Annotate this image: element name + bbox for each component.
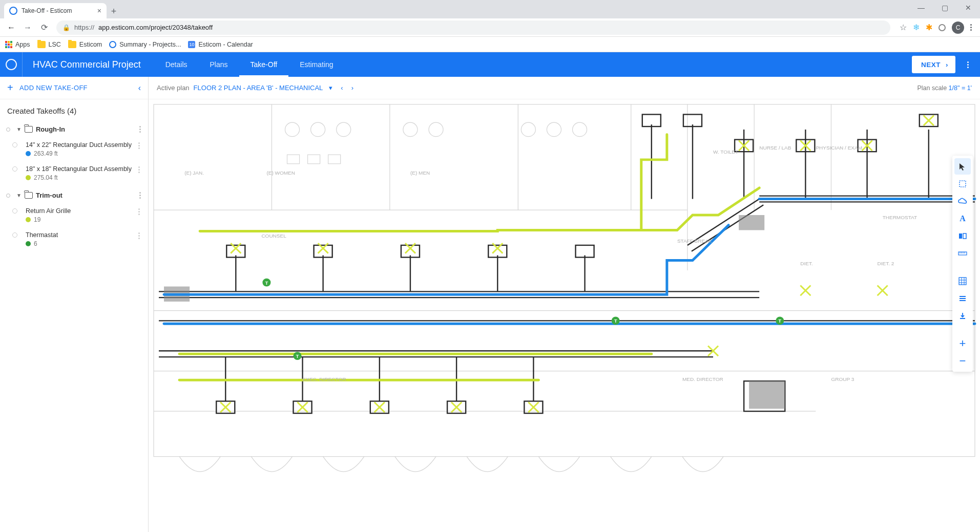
tool-compare[interactable] xyxy=(954,228,971,244)
plan-next-button[interactable]: › xyxy=(349,84,356,92)
next-button[interactable]: NEXT › xyxy=(912,56,955,73)
visibility-toggle-icon[interactable] xyxy=(12,142,17,147)
plan-name-dropdown[interactable]: FLOOR 2 PLAN - AREA 'B' - MECHANICAL xyxy=(194,84,323,92)
tab-estimating[interactable]: Estimating xyxy=(288,52,344,77)
group-more-icon[interactable] xyxy=(139,126,141,133)
plus-icon: + xyxy=(7,82,13,94)
svg-point-18 xyxy=(547,122,561,137)
svg-point-16 xyxy=(429,122,443,137)
app-logo[interactable] xyxy=(0,52,23,77)
svg-rect-21 xyxy=(308,155,320,164)
forward-button[interactable]: → xyxy=(20,20,35,35)
back-button[interactable]: ← xyxy=(4,20,18,35)
tool-text[interactable]: A xyxy=(954,210,971,227)
tab-title: Take-Off - Esticom xyxy=(22,7,72,14)
folder-icon xyxy=(68,41,76,48)
tab-close-icon[interactable]: × xyxy=(97,7,101,15)
maximize-button[interactable]: ▢ xyxy=(933,0,956,15)
bookmark-calendar[interactable]: 10Esticom - Calendar xyxy=(188,41,253,48)
canvas-toolbar-floating: A + − xyxy=(952,156,973,372)
chevron-down-icon[interactable]: ▾ xyxy=(327,84,335,92)
profile-avatar[interactable]: C xyxy=(952,22,964,34)
svg-rect-127 xyxy=(958,252,967,255)
visibility-toggle-icon[interactable] xyxy=(6,127,10,132)
blueprint-drawing: T T T T (E) JAN. (E) WOMEN (E) MEN W. TO… xyxy=(149,99,980,532)
tool-select-rect[interactable] xyxy=(954,176,971,192)
ext-icon-2[interactable]: ✱ xyxy=(926,23,932,32)
color-dot-icon xyxy=(26,175,31,180)
item-more-icon[interactable] xyxy=(138,208,140,215)
url-field[interactable]: 🔒 https://app.esticom.com/project/20348/… xyxy=(56,20,890,35)
folder-icon xyxy=(37,41,46,48)
item-more-icon[interactable] xyxy=(138,166,140,173)
tool-measure[interactable] xyxy=(954,245,971,262)
new-tab-button[interactable]: + xyxy=(107,4,121,18)
chevron-right-icon: › xyxy=(946,61,948,69)
plan-scale-value[interactable]: 1/8" = 1' xyxy=(949,84,972,92)
sidebar: + ADD NEW TAKE-OFF ‹ Created Takeoffs (4… xyxy=(0,77,149,532)
svg-text:T: T xyxy=(296,354,299,359)
takeoff-item[interactable]: Return Air Grille 19 xyxy=(3,204,144,228)
visibility-toggle-icon[interactable] xyxy=(6,194,10,198)
visibility-toggle-icon[interactable] xyxy=(12,208,17,214)
svg-text:(E) WOMEN: (E) WOMEN xyxy=(266,170,295,176)
app-menu-icon[interactable] xyxy=(962,58,974,71)
plan-canvas[interactable]: T T T T (E) JAN. (E) WOMEN (E) MEN W. TO… xyxy=(149,99,980,532)
collapse-sidebar-button[interactable]: ‹ xyxy=(138,83,141,93)
folder-icon xyxy=(25,192,33,199)
item-more-icon[interactable] xyxy=(138,232,140,239)
tool-zoom-in[interactable]: + xyxy=(954,335,971,352)
reload-button[interactable]: ⟳ xyxy=(37,20,51,35)
takeoff-item[interactable]: Thermastat 6 xyxy=(3,228,144,252)
takeoff-item[interactable]: 14" x 22" Rectangular Duct Assembly 263.… xyxy=(3,138,144,162)
chevron-down-icon: ▼ xyxy=(16,126,22,132)
takeoff-item[interactable]: 18" x 18" Rectangular Duct Assembly 275.… xyxy=(3,162,144,186)
bookmark-lsc[interactable]: LSC xyxy=(37,41,61,48)
tab-plans[interactable]: Plans xyxy=(199,52,239,77)
esticom-icon xyxy=(109,41,116,48)
tool-zoom-out[interactable]: − xyxy=(954,353,971,369)
svg-text:(E) JAN.: (E) JAN. xyxy=(184,170,204,176)
tab-details[interactable]: Details xyxy=(154,52,199,77)
svg-text:COUNSEL: COUNSEL xyxy=(261,233,286,239)
svg-text:T: T xyxy=(779,318,782,324)
tool-cursor[interactable] xyxy=(954,158,971,175)
project-title: HVAC Commercial Project xyxy=(23,59,151,70)
tree-group-rough-in[interactable]: ▼ Rough-In xyxy=(3,120,144,138)
add-takeoff-button[interactable]: + ADD NEW TAKE-OFF xyxy=(7,82,88,94)
chevron-down-icon: ▼ xyxy=(16,193,22,198)
svg-rect-125 xyxy=(959,233,962,239)
ext-icon-1[interactable]: ❄ xyxy=(913,23,920,32)
tool-grid[interactable] xyxy=(954,273,971,289)
plan-prev-button[interactable]: ‹ xyxy=(339,84,345,92)
close-window-button[interactable]: ✕ xyxy=(956,0,980,15)
bookmark-summary[interactable]: Summary - Projects... xyxy=(109,41,181,48)
tool-cloud[interactable] xyxy=(954,193,971,209)
star-icon[interactable]: ☆ xyxy=(900,23,907,32)
svg-text:THERMOSTAT: THERMOSTAT xyxy=(883,215,917,220)
group-more-icon[interactable] xyxy=(139,192,141,199)
browser-tab[interactable]: Take-Off - Esticom × xyxy=(4,3,107,18)
svg-text:T: T xyxy=(614,318,617,324)
bookmark-esticom[interactable]: Esticom xyxy=(68,41,102,48)
minimize-button[interactable]: — xyxy=(909,0,933,15)
visibility-toggle-icon[interactable] xyxy=(12,166,17,172)
item-more-icon[interactable] xyxy=(138,142,140,149)
chrome-menu-icon[interactable] xyxy=(970,24,972,31)
tool-layers[interactable] xyxy=(954,290,971,307)
color-dot-icon xyxy=(26,151,31,156)
tab-takeoff[interactable]: Take-Off xyxy=(239,52,289,77)
svg-point-12 xyxy=(285,122,299,137)
svg-text:PHYSICIAN / EXAM: PHYSICIAN / EXAM xyxy=(816,145,862,151)
ext-icon-3[interactable] xyxy=(939,24,946,31)
bookmark-apps[interactable]: Apps xyxy=(5,41,30,48)
tree-group-trim-out[interactable]: ▼ Trim-out xyxy=(3,186,144,204)
svg-rect-132 xyxy=(959,278,966,285)
visibility-toggle-icon[interactable] xyxy=(12,232,17,238)
svg-rect-124 xyxy=(960,181,966,187)
tool-download[interactable] xyxy=(954,308,971,324)
svg-rect-0 xyxy=(154,104,975,457)
tab-strip: Take-Off - Esticom × + — ▢ ✕ xyxy=(0,0,980,18)
svg-text:EXEC. DIRECTOR: EXEC. DIRECTOR xyxy=(303,376,346,382)
svg-text:DIET.: DIET. xyxy=(800,261,812,266)
